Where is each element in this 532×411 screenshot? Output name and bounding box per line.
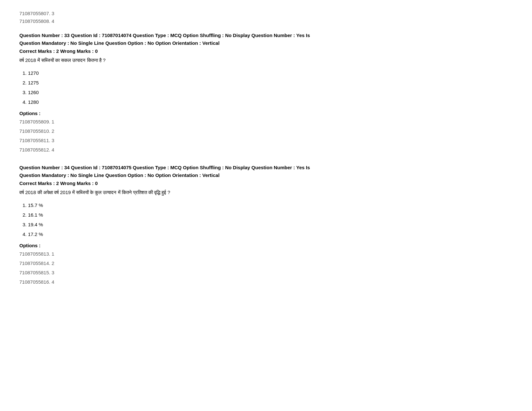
option-id-33-3: 71087055811. 3 — [19, 136, 513, 145]
answer-option-34-4: 4. 17.2 % — [23, 230, 513, 238]
answer-option-33-2: 2. 1275 — [23, 79, 513, 87]
option-id-34-2: 71087055814. 2 — [19, 259, 513, 268]
marks-line-34: Correct Marks : 2 Wrong Marks : 0 — [19, 181, 513, 186]
question-meta-34: Question Number : 34 Question Id : 71087… — [19, 164, 513, 179]
answer-option-34-1: 1. 15.7 % — [23, 201, 513, 209]
answer-option-33-4: 4. 1280 — [23, 98, 513, 106]
option-id-34-1: 71087055813. 1 — [19, 250, 513, 258]
question-meta-line1-33: Question Number : 33 Question Id : 71087… — [19, 32, 513, 39]
question-block-33: Question Number : 33 Question Id : 71087… — [19, 32, 513, 154]
marks-line-33: Correct Marks : 2 Wrong Marks : 0 — [19, 48, 513, 54]
option-ids-33: 71087055809. 1 71087055810. 2 7108705581… — [19, 117, 513, 154]
question-meta-line1-34: Question Number : 34 Question Id : 71087… — [19, 164, 513, 171]
answer-options-33: 1. 1270 2. 1275 3. 1260 4. 1280 — [19, 69, 513, 106]
top-id-2: 71087055808. 4 — [19, 17, 513, 25]
question-meta-33: Question Number : 33 Question Id : 71087… — [19, 32, 513, 47]
options-label-33: Options : — [19, 111, 513, 116]
option-id-34-3: 71087055815. 3 — [19, 268, 513, 277]
question-block-34: Question Number : 34 Question Id : 71087… — [19, 164, 513, 286]
options-label-34: Options : — [19, 243, 513, 248]
option-id-33-2: 71087055810. 2 — [19, 127, 513, 135]
option-ids-34: 71087055813. 1 71087055814. 2 7108705581… — [19, 250, 513, 286]
question-meta-line2-34: Question Mandatory : No Single Line Ques… — [19, 171, 513, 179]
question-text-33: वर्ष 2018 में सब्जियों का सकल उत्पादन कि… — [19, 56, 513, 64]
answer-option-33-1: 1. 1270 — [23, 69, 513, 77]
option-id-33-1: 71087055809. 1 — [19, 117, 513, 126]
answer-options-34: 1. 15.7 % 2. 16.1 % 3. 19.4 % 4. 17.2 % — [19, 201, 513, 238]
answer-option-34-2: 2. 16.1 % — [23, 211, 513, 219]
question-text-34: वर्ष 2018 की अपेक्षा वर्ष 2019 में सब्जि… — [19, 189, 513, 196]
answer-option-33-3: 3. 1260 — [23, 89, 513, 96]
option-id-33-4: 71087055812. 4 — [19, 145, 513, 154]
top-ids-block: 71087055807. 3 71087055808. 4 — [19, 10, 513, 25]
question-meta-line2-33: Question Mandatory : No Single Line Ques… — [19, 39, 513, 47]
option-id-34-4: 71087055816. 4 — [19, 278, 513, 286]
answer-option-34-3: 3. 19.4 % — [23, 221, 513, 229]
top-id-1: 71087055807. 3 — [19, 10, 513, 17]
